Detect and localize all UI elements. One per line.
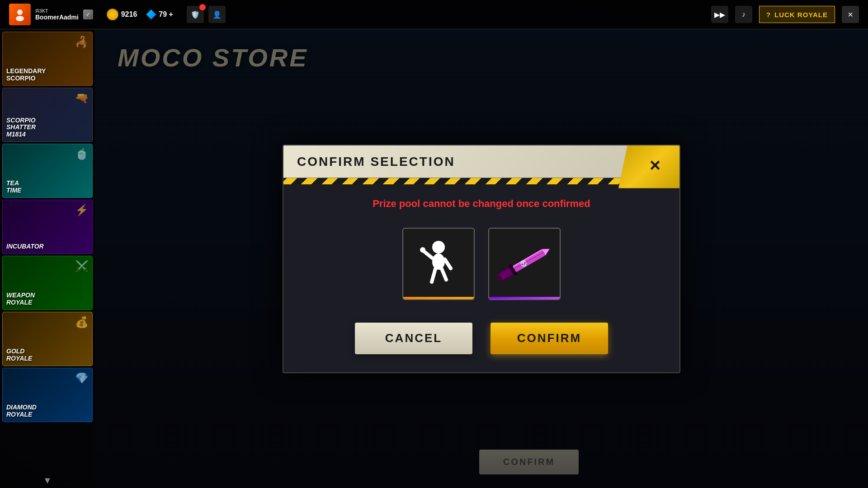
diamond-icon (146, 9, 156, 19)
player-name: BoomerAadmi (35, 14, 79, 21)
verify-icon: ✓ (83, 9, 93, 19)
sidebar-label-legendary: LEGENDARYSCORPIO (6, 68, 46, 82)
player-tag: ЯЗКТ (35, 8, 79, 14)
incubator-icon: ⚡ (75, 204, 89, 216)
sidebar-item-tea-time[interactable]: 🍵 TEATIME (2, 144, 93, 198)
question-mark-icon: ? (766, 11, 771, 19)
item-card-emote (402, 228, 475, 300)
svg-point-8 (420, 247, 425, 253)
music-icon[interactable]: ♪ (735, 6, 752, 23)
sidebar-item-legendary-scorpio[interactable]: 🦂 LEGENDARYSCORPIO (2, 32, 93, 86)
sidebar-item-diamond-royale[interactable]: 💎 DIAMONDROYALE (2, 368, 93, 422)
player-info: ЯЗКТ BoomerAadmi ✓ (9, 4, 93, 25)
knife-svg: 💀 (493, 239, 556, 288)
diamond-sidebar-icon: 💎 (75, 372, 89, 385)
luck-royale-button[interactable]: ? LUCK ROYALE (759, 6, 835, 23)
dialog-close-button[interactable]: ✕ (618, 145, 680, 188)
tea-icon: 🍵 (75, 148, 89, 160)
svg-point-3 (432, 253, 445, 270)
dialog-box: CONFIRM SELECTION ✕ Prize pool cannot be… (283, 145, 680, 373)
svg-line-6 (432, 269, 435, 282)
currency-section: 9216 79 + (107, 9, 173, 20)
top-right-icons: ▶▶ ♪ ? LUCK ROYALE × (711, 6, 859, 23)
item-card-knife: 💀 (488, 228, 561, 300)
svg-point-0 (17, 9, 23, 15)
profile-icon-btn[interactable]: 👤 (208, 6, 226, 23)
dialog-backdrop: CONFIRM SELECTION ✕ Prize pool cannot be… (95, 29, 868, 488)
svg-point-1 (16, 16, 24, 21)
scorpio-icon: 🦂 (75, 36, 89, 48)
sidebar-label-incubator: INCUBATOR (6, 243, 44, 250)
coins-display: 9216 (107, 9, 137, 20)
sidebar-item-gold-royale[interactable]: 💰 GOLDROYALE (2, 312, 93, 366)
svg-line-5 (445, 259, 451, 268)
dialog-body: Prize pool cannot be changed once confir… (283, 184, 679, 372)
sidebar-label-tea: TEATIME (6, 180, 21, 194)
main-content: MOCO STORE CONFIRM CONFIRM SELECTION ✕ P… (95, 29, 868, 488)
sidebar-label-weapon: WEAPONROYALE (6, 292, 35, 306)
gun-icon: 🔫 (75, 92, 89, 104)
sidebar-label-scorpio: SCORPIOSHATTERM1814 (6, 117, 36, 138)
confirm-button[interactable]: CONFIRM (491, 323, 608, 354)
emote-silhouette-svg (418, 239, 459, 289)
shield-icon[interactable]: 🛡️ (187, 6, 204, 23)
left-sidebar: 🦂 LEGENDARYSCORPIO 🔫 SCORPIOSHATTERM1814… (0, 29, 95, 488)
diamonds-display: 79 + (146, 9, 173, 19)
player-avatar (9, 4, 31, 25)
dialog-header: CONFIRM SELECTION (283, 145, 679, 178)
sidebar-item-weapon-royale[interactable]: ⚔️ WEAPONROYALE (2, 256, 93, 310)
cancel-button[interactable]: CANCEL (355, 323, 472, 354)
weapon-icon: ⚔️ (75, 260, 89, 272)
svg-line-7 (442, 269, 446, 280)
top-bar: ЯЗКТ BoomerAadmi ✓ 9216 79 + 🛡️ 👤 ▶▶ ♪ ?… (0, 0, 868, 29)
diamond-amount: 79 + (159, 10, 173, 19)
player-name-block: ЯЗКТ BoomerAadmi (35, 8, 79, 21)
coin-amount: 9216 (121, 10, 137, 19)
warning-text: Prize pool cannot be changed once confir… (373, 198, 590, 210)
dialog-header-container: CONFIRM SELECTION ✕ (283, 145, 679, 178)
svg-point-2 (432, 241, 445, 253)
gold-icon: 💰 (75, 316, 89, 328)
dialog-title: CONFIRM SELECTION (297, 155, 455, 169)
buttons-row: CANCEL CONFIRM (355, 323, 608, 354)
shield-badge (199, 4, 206, 10)
items-row: 💀 (402, 228, 561, 300)
sidebar-item-incubator[interactable]: ⚡ INCUBATOR (2, 200, 93, 254)
sidebar-label-diamond: DIAMONDROYALE (6, 404, 37, 418)
sidebar-scroll-down[interactable]: ▼ (43, 475, 52, 486)
close-icon: × (848, 9, 853, 20)
topbar-close-button[interactable]: × (842, 6, 859, 23)
luck-royale-label: LUCK ROYALE (774, 11, 828, 19)
arrow-right-icon[interactable]: ▶▶ (711, 6, 728, 23)
sidebar-label-gold: GOLDROYALE (6, 348, 32, 362)
top-center-icons: 🛡️ 👤 (187, 6, 226, 23)
sidebar-item-scorpio-shatter[interactable]: 🔫 SCORPIOSHATTERM1814 (2, 88, 93, 142)
coin-icon (107, 9, 118, 20)
dialog-close-icon: ✕ (649, 157, 661, 174)
